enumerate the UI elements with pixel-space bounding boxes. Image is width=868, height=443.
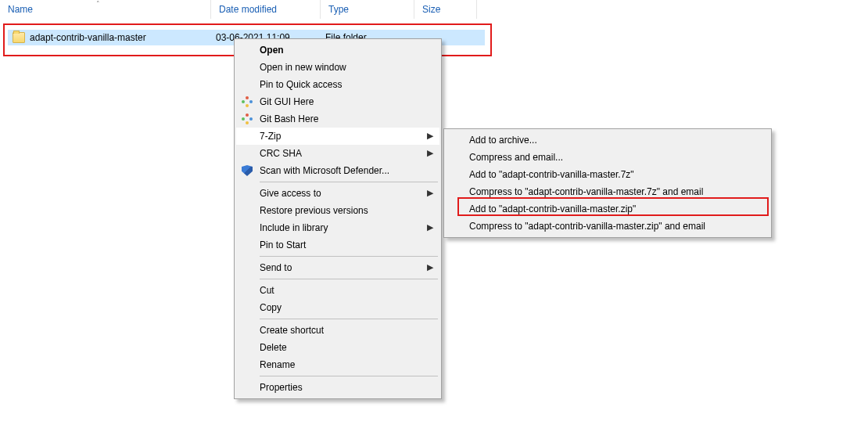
column-headers: Name ˄ Date modified Type Size: [0, 0, 485, 19]
menu-label: Compress to "adapt-contrib-vanilla-maste…: [469, 221, 705, 232]
submenu-7zip: Add to archive... Compress and email... …: [443, 128, 772, 238]
context-menu: Open Open in new window Pin to Quick acc…: [234, 38, 442, 399]
menu-label: Scan with Microsoft Defender...: [260, 165, 389, 176]
menu-separator: [260, 376, 438, 376]
menu-include-library[interactable]: Include in library ▶: [236, 219, 439, 236]
menu-label: Pin to Quick access: [260, 79, 342, 90]
menu-separator: [260, 256, 438, 257]
column-header-name[interactable]: Name: [0, 0, 211, 19]
menu-separator: [260, 319, 438, 319]
submenu-add-7z[interactable]: Add to "adapt-contrib-vanilla-master.7z": [446, 166, 769, 183]
submenu-arrow-icon: ▶: [427, 131, 433, 141]
column-header-date[interactable]: Date modified: [211, 0, 321, 19]
column-header-size[interactable]: Size: [414, 0, 477, 19]
submenu-add-archive[interactable]: Add to archive...: [446, 131, 769, 149]
menu-label: Pin to Start: [260, 240, 306, 250]
menu-restore-versions[interactable]: Restore previous versions: [236, 202, 439, 219]
menu-rename[interactable]: Rename: [236, 356, 439, 373]
submenu-compress-email[interactable]: Compress and email...: [446, 149, 769, 166]
menu-label: Compress to "adapt-contrib-vanilla-maste…: [469, 186, 703, 197]
menu-label: Restore previous versions: [260, 205, 368, 216]
menu-create-shortcut[interactable]: Create shortcut: [236, 322, 439, 339]
submenu-arrow-icon: ▶: [427, 222, 433, 232]
menu-label: Delete: [260, 342, 287, 353]
menu-label: Copy: [260, 302, 282, 313]
menu-separator: [260, 279, 438, 279]
submenu-arrow-icon: ▶: [427, 262, 433, 272]
shield-icon: [241, 164, 253, 177]
menu-label: Rename: [260, 359, 295, 370]
submenu-add-zip[interactable]: Add to "adapt-contrib-vanilla-master.zip…: [446, 200, 769, 218]
menu-open-new-window[interactable]: Open in new window: [236, 59, 439, 76]
column-label: Type: [328, 4, 349, 15]
menu-label: 7-Zip: [260, 131, 281, 142]
menu-git-bash[interactable]: Git Bash Here: [236, 110, 439, 128]
menu-7zip[interactable]: 7-Zip ▶: [236, 128, 439, 145]
menu-give-access[interactable]: Give access to ▶: [236, 185, 439, 202]
menu-label: Create shortcut: [260, 325, 324, 336]
menu-label: CRC SHA: [260, 148, 302, 159]
menu-properties[interactable]: Properties: [236, 379, 439, 396]
menu-label: Include in library: [260, 222, 328, 233]
menu-label: Properties: [260, 382, 303, 393]
column-label: Name: [8, 4, 33, 15]
menu-pin-start[interactable]: Pin to Start: [236, 236, 439, 254]
menu-git-gui[interactable]: Git GUI Here: [236, 93, 439, 110]
sort-ascending-icon: ˄: [96, 0, 100, 8]
menu-label: Send to: [260, 262, 292, 273]
menu-pin-quick-access[interactable]: Pin to Quick access: [236, 76, 439, 93]
menu-label: Add to "adapt-contrib-vanilla-master.7z": [469, 169, 634, 180]
menu-copy[interactable]: Copy: [236, 299, 439, 316]
submenu-arrow-icon: ▶: [427, 148, 433, 158]
menu-label: Open: [260, 45, 284, 56]
column-label: Size: [422, 4, 440, 15]
menu-send-to[interactable]: Send to ▶: [236, 259, 439, 276]
menu-label: Git Bash Here: [260, 113, 318, 124]
file-name: adapt-contrib-vanilla-master: [30, 32, 146, 43]
menu-cut[interactable]: Cut: [236, 282, 439, 299]
cell-name: adapt-contrib-vanilla-master: [8, 32, 211, 43]
menu-label: Compress and email...: [469, 152, 563, 163]
menu-defender-scan[interactable]: Scan with Microsoft Defender...: [236, 162, 439, 179]
column-label: Date modified: [219, 4, 277, 15]
menu-label: Add to archive...: [469, 135, 537, 146]
git-icon: [241, 113, 253, 125]
menu-separator: [260, 182, 438, 182]
menu-crc-sha[interactable]: CRC SHA ▶: [236, 145, 439, 162]
menu-label: Git GUI Here: [260, 96, 314, 107]
submenu-arrow-icon: ▶: [427, 188, 433, 198]
submenu-compress-zip-email[interactable]: Compress to "adapt-contrib-vanilla-maste…: [446, 218, 769, 235]
submenu-compress-7z-email[interactable]: Compress to "adapt-contrib-vanilla-maste…: [446, 183, 769, 200]
menu-label: Add to "adapt-contrib-vanilla-master.zip…: [469, 203, 636, 214]
menu-label: Give access to: [260, 188, 321, 199]
folder-icon: [13, 32, 25, 43]
git-icon: [241, 95, 253, 108]
menu-open[interactable]: Open: [236, 41, 439, 59]
menu-label: Open in new window: [260, 62, 346, 73]
menu-label: Cut: [260, 285, 274, 296]
menu-delete[interactable]: Delete: [236, 339, 439, 356]
column-header-type[interactable]: Type: [321, 0, 414, 19]
